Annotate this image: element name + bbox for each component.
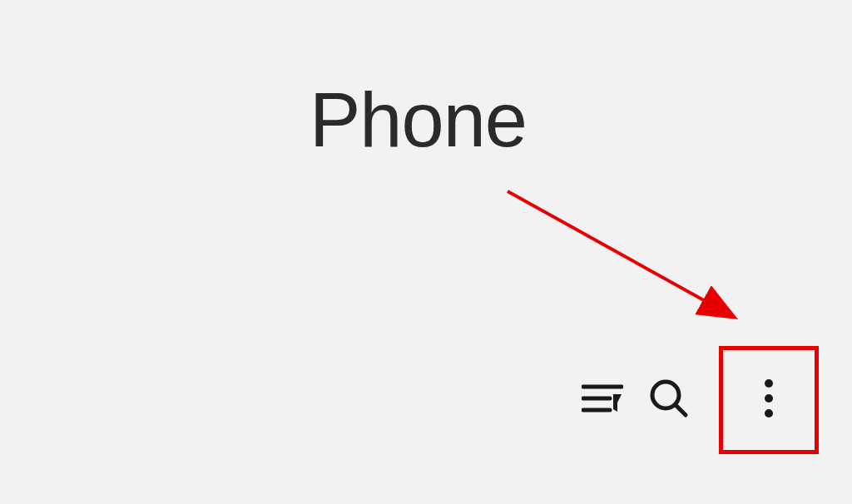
- filter-icon: [582, 382, 623, 418]
- search-button[interactable]: [644, 375, 694, 425]
- search-icon: [649, 378, 689, 422]
- filter-button[interactable]: [577, 375, 627, 425]
- svg-point-6: [765, 394, 773, 403]
- svg-point-7: [765, 409, 773, 418]
- toolbar: [577, 346, 819, 454]
- page-title: Phone: [310, 77, 527, 164]
- more-options-button[interactable]: [744, 375, 794, 425]
- svg-line-4: [676, 405, 686, 415]
- svg-point-5: [765, 379, 773, 388]
- annotation-arrow: [499, 183, 765, 353]
- annotation-highlight-box: [719, 346, 819, 454]
- svg-line-9: [508, 191, 732, 316]
- more-vertical-icon: [764, 378, 774, 422]
